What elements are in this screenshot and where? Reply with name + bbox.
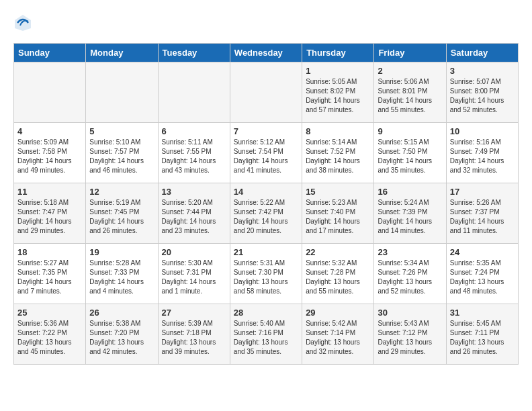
day-info: Sunrise: 5:45 AMSunset: 7:11 PMDaylight:…: [450, 319, 515, 357]
calendar-cell: 3Sunrise: 5:07 AMSunset: 8:00 PMDaylight…: [446, 62, 518, 123]
logo-icon: [13, 13, 32, 32]
day-info: Sunrise: 5:11 AMSunset: 7:55 PMDaylight:…: [162, 138, 226, 175]
day-info: Sunrise: 5:09 AMSunset: 7:58 PMDaylight:…: [17, 138, 82, 175]
calendar-cell: 29Sunrise: 5:42 AMSunset: 7:14 PMDayligh…: [302, 304, 374, 365]
day-info: Sunrise: 5:20 AMSunset: 7:44 PMDaylight:…: [162, 198, 226, 236]
day-info: Sunrise: 5:35 AMSunset: 7:24 PMDaylight:…: [450, 259, 515, 296]
day-info: Sunrise: 5:30 AMSunset: 7:31 PMDaylight:…: [162, 259, 226, 296]
day-number: 16: [378, 187, 442, 197]
calendar-cell: 28Sunrise: 5:40 AMSunset: 7:16 PMDayligh…: [230, 304, 302, 365]
day-number: 20: [162, 247, 226, 257]
weekday-header-saturday: Saturday: [446, 44, 518, 62]
day-info: Sunrise: 5:14 AMSunset: 7:52 PMDaylight:…: [306, 138, 370, 175]
day-number: 22: [306, 247, 370, 257]
day-info: Sunrise: 5:05 AMSunset: 8:02 PMDaylight:…: [306, 77, 370, 115]
day-number: 4: [17, 126, 82, 136]
day-number: 19: [89, 247, 154, 257]
weekday-header-thursday: Thursday: [302, 44, 374, 62]
day-info: Sunrise: 5:43 AMSunset: 7:12 PMDaylight:…: [378, 319, 442, 357]
day-info: Sunrise: 5:32 AMSunset: 7:28 PMDaylight:…: [306, 259, 370, 296]
calendar-cell: 6Sunrise: 5:11 AMSunset: 7:55 PMDaylight…: [158, 123, 230, 183]
day-number: 18: [17, 247, 82, 257]
calendar-cell: 31Sunrise: 5:45 AMSunset: 7:11 PMDayligh…: [446, 304, 518, 365]
calendar-cell: 17Sunrise: 5:26 AMSunset: 7:37 PMDayligh…: [446, 183, 518, 244]
calendar-week-row: 18Sunrise: 5:27 AMSunset: 7:35 PMDayligh…: [14, 244, 519, 304]
calendar-cell: 2Sunrise: 5:06 AMSunset: 8:01 PMDaylight…: [374, 62, 446, 123]
calendar-cell: 19Sunrise: 5:28 AMSunset: 7:33 PMDayligh…: [86, 244, 158, 304]
logo: [13, 13, 38, 32]
calendar-cell: 24Sunrise: 5:35 AMSunset: 7:24 PMDayligh…: [446, 244, 518, 304]
day-number: 2: [378, 66, 442, 76]
calendar-cell: 18Sunrise: 5:27 AMSunset: 7:35 PMDayligh…: [14, 244, 86, 304]
day-number: 9: [378, 126, 442, 136]
day-info: Sunrise: 5:27 AMSunset: 7:35 PMDaylight:…: [17, 259, 82, 296]
day-number: 17: [450, 187, 515, 197]
day-number: 10: [450, 126, 515, 136]
calendar-cell: [14, 62, 86, 123]
day-info: Sunrise: 5:10 AMSunset: 7:57 PMDaylight:…: [89, 138, 154, 175]
calendar-cell: 4Sunrise: 5:09 AMSunset: 7:58 PMDaylight…: [14, 123, 86, 183]
day-number: 25: [17, 308, 82, 318]
day-number: 1: [306, 66, 370, 76]
day-number: 11: [17, 187, 82, 197]
calendar-cell: 26Sunrise: 5:38 AMSunset: 7:20 PMDayligh…: [86, 304, 158, 365]
calendar-cell: 14Sunrise: 5:22 AMSunset: 7:42 PMDayligh…: [230, 183, 302, 244]
calendar-cell: 1Sunrise: 5:05 AMSunset: 8:02 PMDaylight…: [302, 62, 374, 123]
calendar-cell: 30Sunrise: 5:43 AMSunset: 7:12 PMDayligh…: [374, 304, 446, 365]
day-number: 24: [450, 247, 515, 257]
calendar-week-row: 1Sunrise: 5:05 AMSunset: 8:02 PMDaylight…: [14, 62, 519, 123]
calendar-week-row: 4Sunrise: 5:09 AMSunset: 7:58 PMDaylight…: [14, 123, 519, 183]
calendar-cell: 21Sunrise: 5:31 AMSunset: 7:30 PMDayligh…: [230, 244, 302, 304]
calendar-cell: [230, 62, 302, 123]
day-info: Sunrise: 5:38 AMSunset: 7:20 PMDaylight:…: [89, 319, 154, 357]
day-number: 12: [89, 187, 154, 197]
day-number: 14: [234, 187, 298, 197]
day-info: Sunrise: 5:22 AMSunset: 7:42 PMDaylight:…: [234, 198, 298, 236]
day-info: Sunrise: 5:15 AMSunset: 7:50 PMDaylight:…: [378, 138, 442, 175]
page-header: [13, 13, 519, 32]
calendar-cell: [86, 62, 158, 123]
day-info: Sunrise: 5:06 AMSunset: 8:01 PMDaylight:…: [378, 77, 442, 115]
day-number: 31: [450, 308, 515, 318]
day-info: Sunrise: 5:12 AMSunset: 7:54 PMDaylight:…: [234, 138, 298, 175]
day-info: Sunrise: 5:07 AMSunset: 8:00 PMDaylight:…: [450, 77, 515, 115]
day-number: 5: [89, 126, 154, 136]
day-number: 27: [162, 308, 226, 318]
calendar-week-row: 25Sunrise: 5:36 AMSunset: 7:22 PMDayligh…: [14, 304, 519, 365]
day-number: 26: [89, 308, 154, 318]
weekday-header-tuesday: Tuesday: [158, 44, 230, 62]
calendar-week-row: 11Sunrise: 5:18 AMSunset: 7:47 PMDayligh…: [14, 183, 519, 244]
day-number: 30: [378, 308, 442, 318]
weekday-header-monday: Monday: [86, 44, 158, 62]
calendar-cell: 16Sunrise: 5:24 AMSunset: 7:39 PMDayligh…: [374, 183, 446, 244]
calendar-cell: 27Sunrise: 5:39 AMSunset: 7:18 PMDayligh…: [158, 304, 230, 365]
weekday-header-friday: Friday: [374, 44, 446, 62]
day-number: 13: [162, 187, 226, 197]
day-number: 7: [234, 126, 298, 136]
calendar-cell: 11Sunrise: 5:18 AMSunset: 7:47 PMDayligh…: [14, 183, 86, 244]
day-info: Sunrise: 5:39 AMSunset: 7:18 PMDaylight:…: [162, 319, 226, 357]
calendar-table: SundayMondayTuesdayWednesdayThursdayFrid…: [13, 43, 519, 365]
calendar-cell: [158, 62, 230, 123]
day-number: 15: [306, 187, 370, 197]
calendar-cell: 5Sunrise: 5:10 AMSunset: 7:57 PMDaylight…: [86, 123, 158, 183]
day-info: Sunrise: 5:40 AMSunset: 7:16 PMDaylight:…: [234, 319, 298, 357]
day-info: Sunrise: 5:28 AMSunset: 7:33 PMDaylight:…: [89, 259, 154, 296]
svg-marker-0: [15, 15, 31, 31]
day-info: Sunrise: 5:36 AMSunset: 7:22 PMDaylight:…: [17, 319, 82, 357]
calendar-cell: 20Sunrise: 5:30 AMSunset: 7:31 PMDayligh…: [158, 244, 230, 304]
day-number: 6: [162, 126, 226, 136]
day-number: 23: [378, 247, 442, 257]
calendar-cell: 23Sunrise: 5:34 AMSunset: 7:26 PMDayligh…: [374, 244, 446, 304]
calendar-header-row: SundayMondayTuesdayWednesdayThursdayFrid…: [14, 44, 519, 62]
day-info: Sunrise: 5:34 AMSunset: 7:26 PMDaylight:…: [378, 259, 442, 296]
weekday-header-sunday: Sunday: [14, 44, 86, 62]
day-info: Sunrise: 5:18 AMSunset: 7:47 PMDaylight:…: [17, 198, 82, 236]
calendar-cell: 13Sunrise: 5:20 AMSunset: 7:44 PMDayligh…: [158, 183, 230, 244]
day-info: Sunrise: 5:16 AMSunset: 7:49 PMDaylight:…: [450, 138, 515, 175]
day-info: Sunrise: 5:31 AMSunset: 7:30 PMDaylight:…: [234, 259, 298, 296]
calendar-cell: 10Sunrise: 5:16 AMSunset: 7:49 PMDayligh…: [446, 123, 518, 183]
day-info: Sunrise: 5:23 AMSunset: 7:40 PMDaylight:…: [306, 198, 370, 236]
day-number: 28: [234, 308, 298, 318]
calendar-cell: 22Sunrise: 5:32 AMSunset: 7:28 PMDayligh…: [302, 244, 374, 304]
